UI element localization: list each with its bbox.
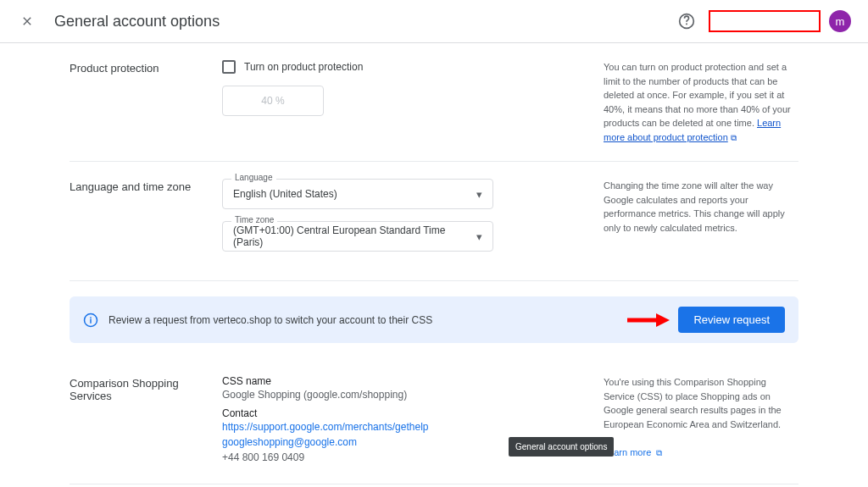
review-request-button[interactable]: Review request <box>678 307 785 333</box>
language-select[interactable]: Language English (United States) ▾ <box>222 179 493 209</box>
chevron-down-icon: ▾ <box>476 230 482 243</box>
svg-marker-2 <box>656 313 670 327</box>
css-contact-email[interactable]: googleshopping@google.com <box>222 436 493 448</box>
help-icon[interactable] <box>676 11 697 31</box>
css-contact-phone: +44 800 169 0409 <box>222 451 493 463</box>
annotation-arrow <box>627 312 670 329</box>
timezone-select[interactable]: Time zone (GMT+01:00) Central European S… <box>222 221 493 252</box>
highlight-box <box>709 10 821 32</box>
tooltip: General account options <box>509 437 614 457</box>
chevron-down-icon: ▾ <box>476 188 482 201</box>
section-product-protection: Product protection Turn on product prote… <box>70 43 798 162</box>
external-link-icon: ⧉ <box>731 131 737 144</box>
aside-text: Changing the time zone will alter the wa… <box>604 179 798 263</box>
main-content: Product protection Turn on product prote… <box>70 43 798 487</box>
external-link-icon: ⧉ <box>656 446 662 459</box>
info-icon <box>83 313 98 328</box>
dialog-header: General account options m <box>0 0 868 43</box>
css-contact-url[interactable]: https://support.google.com/merchants/get… <box>222 421 493 433</box>
close-icon[interactable] <box>17 11 37 31</box>
section-language-timezone: Language and time zone Language English … <box>70 162 798 281</box>
product-protection-checkbox[interactable] <box>222 60 236 74</box>
page-title: General account options <box>54 13 676 30</box>
section-label: Comparison Shopping Services <box>70 375 222 467</box>
checkbox-label: Turn on product protection <box>244 61 363 73</box>
section-css: Comparison Shopping Services CSS name Go… <box>70 358 798 484</box>
avatar[interactable]: m <box>829 10 851 32</box>
section-label: Language and time zone <box>70 179 222 263</box>
checkbox-row: Turn on product protection <box>222 60 493 74</box>
protection-percent-input: 40 % <box>222 86 324 116</box>
review-request-notice: Review a request from verteco.shop to sw… <box>70 296 798 343</box>
notice-text: Review a request from verteco.shop to sw… <box>108 314 627 326</box>
aside-text: You can turn on product protection and s… <box>604 60 798 144</box>
section-label: Product protection <box>70 60 222 144</box>
aside-text: You're using this Comparison Shopping Se… <box>604 375 798 467</box>
